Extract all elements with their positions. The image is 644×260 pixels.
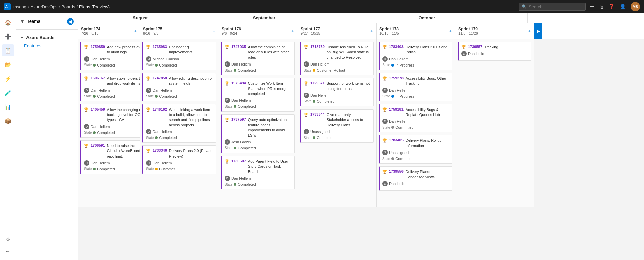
card-header: 🏆 1733344 Give read-only Stakeholder acc… bbox=[304, 112, 371, 128]
assignee-name: Unassigned bbox=[310, 130, 330, 134]
work-card-1733346[interactable]: 🏆 1733346 Delivery Plans 2.0 (Private Pr… bbox=[142, 145, 216, 174]
state-label: State bbox=[225, 105, 232, 109]
sidebar-home[interactable]: 🏠 bbox=[2, 16, 14, 28]
work-card-1733344[interactable]: 🏆 1733344 Give read-only Stakeholder acc… bbox=[300, 109, 374, 143]
assignee-name: Dan Hellem bbox=[310, 93, 329, 97]
state-label: State bbox=[146, 94, 154, 98]
sprint-178-add[interactable]: + bbox=[447, 28, 454, 34]
feature-icon: 🏆 bbox=[146, 107, 151, 112]
avatar[interactable]: MS bbox=[631, 2, 640, 11]
sprint-179-name: Sprint 179 bbox=[458, 27, 531, 31]
sprint-174: Sprint 174 7/26 - 8/13 + bbox=[78, 23, 140, 39]
work-card-1759181[interactable]: 🏆 1759181 Accessibility Bugs & Replat : … bbox=[379, 104, 452, 133]
work-card-1718759[interactable]: 🏆 1718759 Disable Assigned To Rule on Bu… bbox=[300, 42, 374, 75]
feature-icon: 🏆 bbox=[225, 81, 229, 86]
work-card-1747935[interactable]: 🏆 1747935 Allow the combining of read on… bbox=[221, 42, 295, 75]
sidebar-settings[interactable]: ⚙ bbox=[2, 233, 14, 245]
assignee-name: Dan Hellem bbox=[153, 130, 172, 134]
azure-boards-group[interactable]: ▼ Azure Boards bbox=[16, 32, 78, 43]
card-state: State Completed bbox=[146, 63, 213, 67]
nav-left-arrow[interactable]: ◀ bbox=[67, 18, 74, 25]
work-card-1739557[interactable]: 🏆 1739557 Tracking D Dan Helle bbox=[458, 42, 531, 61]
assignee-name: Dan Hellem bbox=[389, 182, 408, 186]
app-logo[interactable]: A bbox=[4, 3, 11, 10]
sprint-174-add[interactable]: + bbox=[132, 28, 139, 34]
timeline-container: ▼ Teams ◀ ▼ Azure Boards Features August… bbox=[16, 13, 644, 260]
feature-icon: 🏆 bbox=[84, 144, 89, 148]
state-value: Customer bbox=[159, 167, 175, 171]
search-box[interactable]: 🔍 bbox=[519, 3, 586, 11]
help-icon[interactable]: ❓ bbox=[608, 4, 615, 10]
months-row: August September October bbox=[78, 13, 644, 23]
card-title: Query auto optimization feature needs im… bbox=[248, 117, 292, 138]
sprint-179: Sprint 179 11/8 - 11/26 + bbox=[455, 23, 534, 39]
card-id: 1739556 bbox=[389, 169, 404, 173]
sidebar-expand[interactable]: ↔ bbox=[2, 245, 14, 257]
breadcrumb-boards[interactable]: Boards bbox=[61, 4, 75, 9]
assignee-name: Dan Hellem bbox=[153, 88, 172, 92]
sidebar-pipelines[interactable]: ⚡ bbox=[2, 73, 14, 85]
sidebar-analytics[interactable]: 📊 bbox=[2, 101, 14, 113]
assignee-name: Dan Hellem bbox=[231, 62, 251, 66]
work-card-1729571[interactable]: 🏆 1729571 Support for work items not usi… bbox=[300, 78, 374, 106]
work-card-1747858[interactable]: 🏆 1747858 Allow editing description of s… bbox=[142, 73, 216, 101]
work-card-1739556[interactable]: 🏆 1739556 Delivery Plans: Condensed view… bbox=[379, 166, 452, 191]
sidebar-artifacts[interactable]: 📦 bbox=[2, 115, 14, 127]
card-assignee: D Dan Hellem bbox=[382, 56, 449, 62]
card-header: 🏆 1739557 Tracking bbox=[461, 45, 528, 50]
sidebar-repos[interactable]: 📂 bbox=[2, 58, 14, 71]
sprint-176-add[interactable]: + bbox=[289, 28, 296, 34]
work-card-1735983[interactable]: 🏆 1735983 Engineering Improvements M Mic… bbox=[142, 42, 216, 70]
sprint-175-add[interactable]: + bbox=[211, 28, 217, 34]
card-title: Disable Assigned To Rule on Bug WIT when… bbox=[327, 45, 371, 60]
list-icon[interactable]: ☰ bbox=[590, 4, 594, 10]
timeline-scroll[interactable]: August September October Sprint 174 7/26… bbox=[78, 13, 644, 260]
assignee-avatar: D bbox=[84, 160, 89, 166]
sprint-179-dates: 11/8 - 11/26 bbox=[458, 31, 531, 35]
work-card-1759278[interactable]: 🏆 1759278 Accessibility Bugs: Other Trac… bbox=[379, 73, 452, 101]
chevron-down-icon[interactable]: ▼ bbox=[20, 19, 25, 24]
card-title: When linking a work item to a build, all… bbox=[169, 107, 213, 128]
assignee-avatar: D bbox=[382, 56, 388, 62]
state-label: State bbox=[146, 167, 154, 171]
sidebar-test[interactable]: 🧪 bbox=[2, 87, 14, 99]
work-card-1730507[interactable]: 🏆 1730507 Add Parent Field to User Story… bbox=[221, 156, 295, 189]
teams-label: Teams bbox=[27, 19, 40, 24]
card-id: 1747935 bbox=[231, 45, 246, 49]
assignee-avatar: M bbox=[146, 56, 151, 62]
svg-text:A: A bbox=[5, 5, 8, 9]
work-card-1737597[interactable]: 🏆 1737597 Query auto optimization featur… bbox=[221, 114, 295, 153]
state-label: State bbox=[225, 146, 232, 150]
work-card-1783405[interactable]: 🏆 1783405 Delivery Plans: Rollup Informa… bbox=[379, 135, 452, 164]
state-dot bbox=[234, 183, 236, 186]
sprint-177-add[interactable]: + bbox=[368, 28, 375, 34]
state-value: Completed bbox=[238, 104, 256, 109]
card-title: Give read-only Stakeholder access to Del… bbox=[327, 112, 371, 128]
card-state: State Completed bbox=[146, 94, 213, 98]
search-input[interactable] bbox=[529, 4, 576, 9]
features-item[interactable]: Features bbox=[16, 43, 78, 51]
sprints-row: Sprint 174 7/26 - 8/13 + Sprint 175 8/16… bbox=[78, 23, 644, 39]
sidebar-add[interactable]: ➕ bbox=[2, 30, 14, 42]
sidebar-boards[interactable]: 📋 bbox=[2, 44, 14, 56]
breadcrumb-org[interactable]: mseng bbox=[13, 4, 26, 9]
state-value: Customer Rollout bbox=[317, 68, 345, 72]
breadcrumb-project[interactable]: AzureDevOps bbox=[31, 4, 58, 9]
state-value: Completed bbox=[317, 99, 334, 103]
card-state: State Completed bbox=[225, 146, 292, 150]
sprint-177-dates: 9/27 - 10/15 bbox=[301, 31, 374, 35]
state-dot bbox=[93, 131, 96, 134]
card-assignee: D Dan Hellem bbox=[382, 181, 449, 186]
bag-icon[interactable]: 🛍 bbox=[599, 4, 604, 10]
work-card-1575494[interactable]: 🏆 1575494 Customize Work Item State when… bbox=[221, 78, 295, 112]
card-id: 1739557 bbox=[468, 45, 482, 49]
teams-list: ▼ Azure Boards Features bbox=[16, 30, 78, 54]
sprint-179-add[interactable]: + bbox=[526, 28, 533, 34]
state-label: State bbox=[382, 157, 390, 161]
work-card-1783403[interactable]: 🏆 1783403 Delivery Plans 2.0 Fit and Pol… bbox=[379, 42, 452, 70]
nav-right-arrow[interactable]: ▶ bbox=[534, 23, 542, 39]
sprint-175-column: 🏆 1735983 Engineering Improvements M Mic… bbox=[140, 39, 219, 207]
work-card-1746162[interactable]: 🏆 1746162 When linking a work item to a … bbox=[142, 104, 216, 143]
user-icon[interactable]: 👤 bbox=[620, 4, 626, 10]
sprint-178-column: 🏆 1783403 Delivery Plans 2.0 Fit and Pol… bbox=[377, 39, 455, 207]
